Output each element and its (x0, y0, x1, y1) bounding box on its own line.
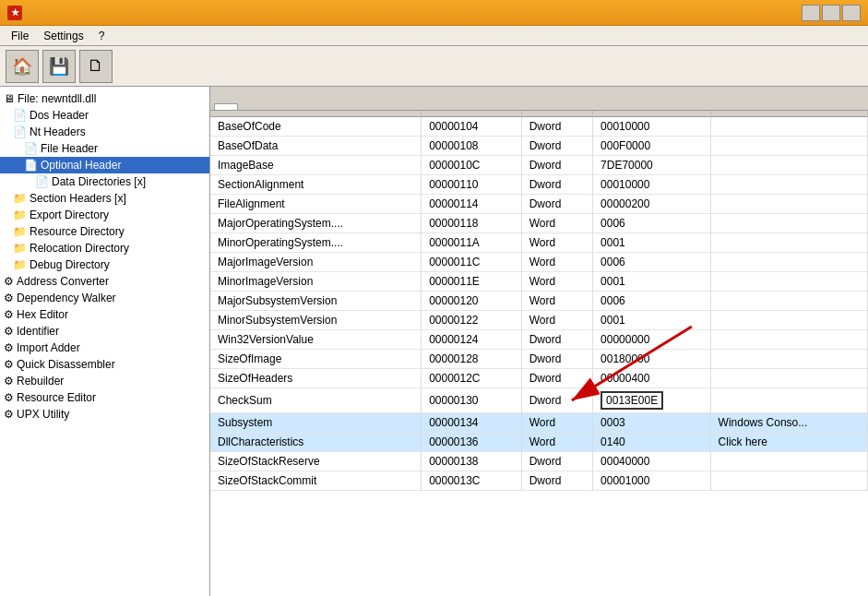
sidebar-label: Export Directory (30, 209, 109, 221)
sidebar-item-file-header[interactable]: 📄File Header (0, 140, 209, 157)
sidebar-item-address-converter[interactable]: ⚙Address Converter (0, 273, 209, 290)
table-row[interactable]: MinorOperatingSystem....0000011AWord0001 (210, 233, 868, 253)
table-row[interactable]: BaseOfCode00000104Dword00010000 (210, 117, 868, 137)
sidebar-item-upx-utility[interactable]: ⚙UPX Utility (0, 406, 209, 423)
cell-size: Dword (521, 175, 592, 195)
cell-value: 0001 (593, 272, 710, 292)
page-icon: 📄 (13, 109, 27, 122)
cell-offset: 00000104 (422, 117, 521, 137)
cell-offset: 00000136 (422, 433, 521, 452)
cell-member: SizeOfImage (210, 350, 422, 369)
sidebar-item-optional-header[interactable]: 📄Optional Header (0, 157, 209, 173)
cell-value: 0001 (593, 311, 710, 330)
menu-item-file[interactable]: File (4, 28, 36, 44)
sidebar: 🖥File: newntdll.dll📄Dos Header📄Nt Header… (0, 87, 210, 596)
table-row[interactable]: Subsystem00000134Word0003Windows Conso..… (210, 413, 868, 433)
table-row[interactable]: FileAlignment00000114Dword00000200 (210, 195, 868, 214)
table-row[interactable]: Win32VersionValue00000124Dword00000000 (210, 330, 868, 350)
sidebar-label: Dos Header (30, 109, 89, 122)
cell-size: Dword (521, 156, 592, 175)
cell-meaning (710, 233, 867, 253)
sidebar-item-resource-editor[interactable]: ⚙Resource Editor (0, 389, 209, 406)
page-icon: 📄 (24, 142, 38, 155)
cell-meaning (710, 292, 867, 311)
cell-size: Dword (521, 369, 592, 388)
cell-offset: 00000134 (422, 413, 521, 433)
sidebar-item-identifier[interactable]: ⚙Identifier (0, 323, 209, 340)
title-bar: ★ (0, 0, 868, 26)
table-row[interactable]: SectionAlignment00000110Dword00010000 (210, 175, 868, 195)
cell-member: ImageBase (210, 156, 422, 175)
sidebar-item-rebuilder[interactable]: ⚙Rebuilder (0, 373, 209, 389)
value-box: 0013E00E (600, 391, 663, 410)
table-row[interactable]: SizeOfImage00000128Dword00180000 (210, 350, 868, 369)
cell-value: 0006 (593, 253, 710, 272)
table-row[interactable]: DllCharacteristics00000136Word0140Click … (210, 433, 868, 452)
sidebar-label: Resource Directory (30, 225, 125, 238)
sidebar-item-dependency-walker[interactable]: ⚙Dependency Walker (0, 290, 209, 306)
cell-value: 0001 (593, 233, 710, 253)
cell-value: 00000400 (593, 369, 710, 388)
cell-meaning (710, 253, 867, 272)
table-row[interactable]: MajorOperatingSystem....00000118Word0006 (210, 214, 868, 233)
sidebar-label: Import Adder (17, 341, 80, 354)
cell-offset: 00000110 (422, 175, 521, 195)
toolbar-home-button[interactable]: 🏠 (6, 50, 39, 83)
sidebar-item-section-headers[interactable]: 📁Section Headers [x] (0, 190, 209, 207)
menu-item-settings[interactable]: Settings (36, 28, 90, 44)
sidebar-item-hex-editor[interactable]: ⚙Hex Editor (0, 306, 209, 323)
menu-item-?[interactable]: ? (91, 28, 113, 44)
close-button[interactable] (842, 5, 861, 21)
table-row[interactable]: SizeOfHeaders0000012CDword00000400 (210, 369, 868, 388)
sidebar-item-export-directory[interactable]: 📁Export Directory (0, 207, 209, 223)
sidebar-item-relocation-directory[interactable]: 📁Relocation Directory (0, 240, 209, 256)
sidebar-label: Debug Directory (30, 258, 110, 271)
cell-value: 00010000 (593, 117, 710, 137)
sidebar-item-import-adder[interactable]: ⚙Import Adder (0, 340, 209, 356)
page-icon: 📄 (24, 159, 38, 172)
folder-icon: 📁 (13, 225, 27, 238)
toolbar-copy-button[interactable]: 🗋 (79, 50, 113, 83)
tool-icon: ⚙ (4, 325, 14, 338)
table-row[interactable]: CheckSum00000130Dword0013E00E (210, 388, 868, 413)
cell-member: MajorSubsystemVersion (210, 292, 422, 311)
folder-icon: 📁 (13, 242, 27, 255)
sidebar-item-nt-headers[interactable]: 📄Nt Headers (0, 124, 209, 140)
restore-button[interactable] (822, 5, 840, 21)
tab-newntdll[interactable] (214, 103, 238, 110)
minimize-button[interactable] (802, 5, 820, 21)
table-row[interactable]: ImageBase0000010CDword7DE70000 (210, 156, 868, 175)
cell-meaning: Windows Conso... (710, 413, 867, 433)
sidebar-label: Optional Header (41, 159, 121, 172)
cell-offset: 0000010C (422, 156, 521, 175)
sidebar-item-debug-directory[interactable]: 📁Debug Directory (0, 256, 209, 273)
sidebar-label: Dependency Walker (17, 292, 116, 304)
sidebar-label: UPX Utility (17, 408, 69, 421)
sidebar-item-data-directories[interactable]: 📄Data Directories [x] (0, 173, 209, 190)
sidebar-item-quick-disassembler[interactable]: ⚙Quick Disassembler (0, 356, 209, 373)
file-icon: 🖥 (4, 92, 15, 105)
cell-size: Dword (521, 195, 592, 214)
toolbar-save-button[interactable]: 💾 (42, 50, 76, 83)
cell-size: Word (521, 233, 592, 253)
cell-size: Dword (521, 350, 592, 369)
cell-offset: 00000118 (422, 214, 521, 233)
cell-size: Word (521, 311, 592, 330)
sidebar-item-dos-header[interactable]: 📄Dos Header (0, 107, 209, 124)
cell-value: 0013E00E (593, 388, 710, 413)
cell-size: Dword (521, 388, 592, 413)
table-row[interactable]: MinorSubsystemVersion00000122Word0001 (210, 311, 868, 330)
table-row[interactable]: SizeOfStackCommit0000013CDword00001000 (210, 471, 868, 491)
table-row[interactable]: MinorImageVersion0000011EWord0001 (210, 272, 868, 292)
cell-meaning: Click here (710, 433, 867, 452)
table-row[interactable]: SizeOfStackReserve00000138Dword00040000 (210, 452, 868, 471)
sidebar-label: Nt Headers (30, 125, 86, 138)
sidebar-item-file-root[interactable]: 🖥File: newntdll.dll (0, 90, 209, 107)
table-container[interactable]: BaseOfCode00000104Dword00010000BaseOfDat… (210, 111, 868, 596)
table-row[interactable]: BaseOfData00000108Dword000F0000 (210, 137, 868, 156)
cell-offset: 0000011E (422, 272, 521, 292)
sidebar-item-resource-directory[interactable]: 📁Resource Directory (0, 223, 209, 240)
table-row[interactable]: MajorSubsystemVersion00000120Word0006 (210, 292, 868, 311)
sidebar-label: Relocation Directory (30, 242, 129, 255)
table-row[interactable]: MajorImageVersion0000011CWord0006 (210, 253, 868, 272)
